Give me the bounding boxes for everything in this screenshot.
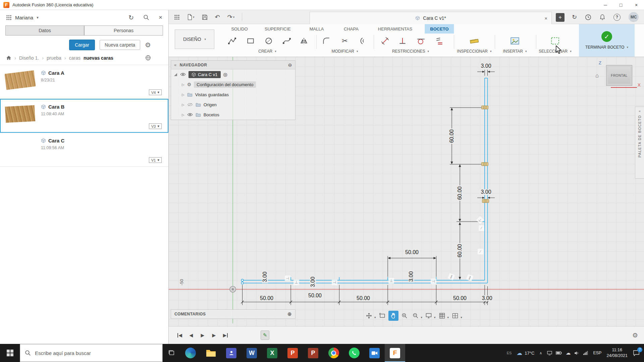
- team-name[interactable]: Mariana: [15, 15, 33, 20]
- measure-tool-icon[interactable]: [467, 34, 482, 48]
- dimension-value[interactable]: 50.00: [452, 295, 468, 301]
- document-tab[interactable]: Cara C v1* ×: [310, 12, 552, 24]
- spline-tool-icon[interactable]: [279, 34, 294, 48]
- tab-personas[interactable]: Personas: [84, 25, 163, 36]
- viewports-icon[interactable]: [450, 311, 460, 321]
- network-icon[interactable]: [583, 351, 588, 355]
- dimension-value[interactable]: 50.00: [259, 295, 274, 301]
- collapse-all-icon[interactable]: ⊖: [288, 62, 292, 68]
- constraint-icon[interactable]: ⊥: [293, 280, 299, 285]
- orbit-pan-icon[interactable]: [364, 311, 374, 321]
- action-center-button[interactable]: 7: [633, 350, 640, 356]
- onedrive-cloud-icon[interactable]: ☁: [566, 350, 571, 356]
- maximize-button[interactable]: □: [613, 0, 629, 10]
- gear-icon[interactable]: ⚙: [145, 41, 151, 49]
- taskbar-app-whatsapp[interactable]: [344, 344, 364, 362]
- battery-icon[interactable]: [556, 351, 562, 355]
- chevron-down-icon[interactable]: ▾: [421, 316, 423, 319]
- group-modificar[interactable]: MODIFICAR▾: [332, 49, 358, 54]
- circle-tool-icon[interactable]: [261, 34, 276, 48]
- help-icon[interactable]: ?: [613, 14, 621, 21]
- taskbar-app-word[interactable]: W: [241, 344, 262, 362]
- tray-clock[interactable]: 11:16 24/08/2021: [606, 347, 628, 359]
- timeline-sketch-feature[interactable]: ✎: [261, 330, 269, 340]
- file-card-selected[interactable]: Cara B 11:08:40 AM V3 ▾: [0, 99, 168, 133]
- dimension-value[interactable]: 60.00: [449, 128, 455, 144]
- tangent-constraint-icon[interactable]: [414, 34, 428, 48]
- tab-herramientas[interactable]: HERRAMIENTAS: [373, 24, 418, 34]
- taskbar-app-teams[interactable]: [221, 344, 241, 362]
- taskbar-app-excel[interactable]: X: [262, 344, 282, 362]
- mirror-tool-icon[interactable]: [297, 34, 311, 48]
- group-insertar[interactable]: INSERTAR▾: [503, 49, 527, 54]
- timeline-play-button[interactable]: ▶: [198, 330, 208, 340]
- view-cube-face[interactable]: FRONTAL: [606, 65, 632, 86]
- taskbar-app-powerpoint-2[interactable]: P: [303, 344, 323, 362]
- constraint-icon[interactable]: ⊥: [285, 276, 290, 281]
- dimension-value[interactable]: 60.00: [457, 185, 463, 201]
- timeline-go-start-button[interactable]: ◀: [175, 330, 185, 340]
- file-card[interactable]: Cara A 8/23/21 V4 ▾: [0, 65, 168, 99]
- navigator-item-sketches[interactable]: ▷ Bocetos: [171, 110, 295, 120]
- navigator-root-row[interactable]: Cara C v1 ◎: [171, 69, 295, 79]
- version-badge[interactable]: V1 ▾: [149, 157, 162, 163]
- apps-grid-icon[interactable]: [6, 15, 12, 20]
- navigator-item-origin[interactable]: ▷ Origen: [171, 100, 295, 110]
- eye-off-icon[interactable]: [187, 103, 193, 107]
- file-card[interactable]: Cara C 11:09:56 AM V1 ▾: [0, 133, 168, 167]
- tab-close-icon[interactable]: ×: [544, 15, 547, 21]
- eye-icon[interactable]: [187, 113, 193, 117]
- dimension-value[interactable]: 60.00: [457, 243, 463, 258]
- dimension-grip[interactable]: [481, 106, 488, 109]
- expand-arrow-icon[interactable]: ▷: [182, 113, 184, 117]
- dimension-value[interactable]: 3.00: [481, 295, 493, 301]
- zoom-icon[interactable]: [399, 311, 410, 321]
- sketch-dimension-icon[interactable]: [378, 34, 392, 48]
- dimension-value[interactable]: 3.00: [262, 270, 268, 283]
- sketch-viewport[interactable]: 3.00 60.00 60.00 60.00 3.00 50.00 50.00 …: [169, 57, 644, 326]
- workspace-selector[interactable]: DISEÑO ▾: [175, 29, 214, 49]
- dimension-value[interactable]: 3.00: [408, 270, 414, 283]
- dimension-grip[interactable]: [482, 199, 489, 203]
- job-status-icon[interactable]: ↻: [572, 14, 577, 20]
- chevron-down-icon[interactable]: ▾: [374, 316, 376, 319]
- refresh-icon[interactable]: ↻: [128, 14, 134, 21]
- weather-widget[interactable]: ☁ 17°C: [517, 350, 534, 357]
- taskbar-app-chrome[interactable]: [323, 344, 344, 362]
- globe-icon[interactable]: [145, 55, 151, 61]
- apps-grid-icon[interactable]: [174, 14, 180, 20]
- dimension-value[interactable]: 3.00: [310, 276, 316, 288]
- search-icon[interactable]: [143, 14, 149, 20]
- constraint-icon[interactable]: ∕: [478, 249, 483, 254]
- minimize-button[interactable]: ─: [598, 0, 613, 10]
- tab-boceto[interactable]: BOCETO: [425, 24, 454, 34]
- navigator-root-item[interactable]: Cara C v1: [189, 71, 221, 78]
- offset-tool-icon[interactable]: [356, 34, 371, 48]
- timeline-step-back-button[interactable]: ◀: [186, 330, 196, 340]
- constraint-icon[interactable]: ⊥: [332, 280, 337, 285]
- navigator-item-saved-views[interactable]: ▷ Vistas guardadas: [171, 89, 295, 100]
- user-avatar[interactable]: MC: [629, 12, 639, 22]
- save-icon[interactable]: [202, 14, 208, 20]
- perpendicular-constraint-icon[interactable]: [395, 34, 410, 48]
- dimension-value[interactable]: 3.00: [480, 63, 492, 69]
- group-restricciones[interactable]: RESTRICCIONES▾: [392, 49, 429, 54]
- display-settings-icon[interactable]: [424, 311, 434, 321]
- undo-icon[interactable]: ↶: [215, 14, 220, 20]
- keyboard-language-label[interactable]: ESP: [593, 351, 601, 355]
- taskbar-app-video[interactable]: [364, 344, 385, 362]
- target-icon[interactable]: ◎: [223, 72, 227, 77]
- add-comment-icon[interactable]: ⊕: [287, 311, 292, 317]
- timeline-settings-gear-icon[interactable]: ⚙: [632, 331, 638, 339]
- redo-icon[interactable]: ↷: [227, 14, 232, 20]
- collapse-panel-icon[interactable]: «: [174, 62, 177, 67]
- navigator-item-document-settings[interactable]: ▷ ⚙ Configuración del documento: [171, 79, 295, 89]
- expand-arrow-icon[interactable]: ▷: [182, 83, 184, 86]
- zoom-window-icon[interactable]: [411, 311, 421, 321]
- tray-overflow-chevron-icon[interactable]: ∧: [539, 351, 542, 355]
- taskbar-app-powerpoint[interactable]: P: [282, 344, 303, 362]
- taskbar-search[interactable]: [20, 344, 163, 362]
- file-menu-icon[interactable]: ▾: [187, 14, 195, 20]
- grid-snap-icon[interactable]: [437, 311, 447, 321]
- taskbar-app-file-explorer[interactable]: [201, 344, 221, 362]
